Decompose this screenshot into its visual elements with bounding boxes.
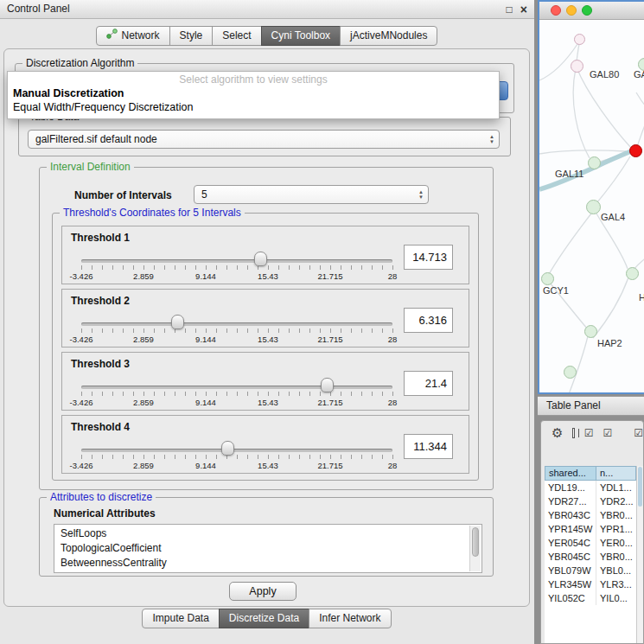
number-of-intervals-label: Number of Intervals bbox=[74, 189, 172, 201]
cell[interactable]: YBL079W bbox=[545, 564, 596, 577]
dropdown-placeholder-item[interactable]: Select algorithm to view settings bbox=[8, 73, 499, 86]
cell[interactable]: YIL0... bbox=[596, 591, 636, 605]
network-node[interactable] bbox=[574, 34, 585, 45]
tab-infer-network[interactable]: Infer Network bbox=[309, 609, 391, 628]
cell[interactable]: YDR2... bbox=[596, 494, 636, 508]
number-of-intervals-combobox[interactable]: 5 ▲▼ bbox=[194, 185, 429, 204]
slider-track[interactable] bbox=[81, 259, 392, 263]
cell[interactable]: YLR3... bbox=[596, 577, 636, 591]
threshold-value-field[interactable]: 6.316 bbox=[404, 308, 453, 333]
network-window-titlebar[interactable] bbox=[539, 2, 644, 20]
tab-discretize-data[interactable]: Discretize Data bbox=[219, 609, 309, 628]
scale-label: 9.144 bbox=[195, 398, 216, 407]
threshold-label: Threshold 2 bbox=[71, 295, 130, 307]
cell[interactable]: YDR27... bbox=[545, 494, 596, 508]
tab-cyni-toolbox[interactable]: Cyni Toolbox bbox=[261, 26, 341, 46]
mac-minimize-button[interactable] bbox=[566, 5, 577, 16]
slider-thumb[interactable] bbox=[254, 252, 267, 266]
mac-zoom-button[interactable] bbox=[582, 5, 592, 16]
table-panel-title: Table Panel bbox=[546, 399, 601, 411]
scale-label: 9.144 bbox=[195, 271, 216, 281]
table-row[interactable]: YPR145WYPR1... bbox=[545, 522, 636, 536]
node-label: GAL80 bbox=[590, 69, 619, 80]
table-row[interactable]: YLR345WYLR3... bbox=[545, 577, 636, 591]
settings-gear-icon[interactable]: ⚙ bbox=[552, 425, 563, 441]
cell[interactable]: YBR045C bbox=[545, 550, 596, 564]
mac-close-button[interactable] bbox=[551, 5, 561, 16]
checkbox-icon[interactable]: ☑ bbox=[634, 427, 643, 439]
table-panel-titlebar[interactable]: Table Panel bbox=[538, 396, 644, 416]
tab-jactivemnodules[interactable]: jActiveMNodules bbox=[340, 26, 437, 46]
network-node-gal11[interactable] bbox=[588, 156, 601, 169]
threshold-value-field[interactable]: 11.344 bbox=[404, 434, 453, 459]
tab-style[interactable]: Style bbox=[169, 26, 214, 46]
scale-label: 2.859 bbox=[133, 398, 154, 407]
cell[interactable]: YBR0... bbox=[596, 550, 636, 564]
tab-network[interactable]: Network bbox=[96, 26, 170, 46]
list-item[interactable]: TopologicalCoefficient bbox=[61, 541, 468, 556]
dropdown-item-equal-width-frequency[interactable]: Equal Width/Frequency Discretization bbox=[8, 100, 499, 114]
scrollbar-thumb[interactable] bbox=[472, 527, 479, 557]
scrollbar-thumb[interactable] bbox=[638, 467, 642, 507]
cell[interactable]: YER054C bbox=[545, 536, 596, 550]
cell[interactable]: YPR145W bbox=[545, 522, 596, 536]
table-row[interactable]: YBR045CYBR0... bbox=[545, 550, 636, 564]
network-icon bbox=[106, 27, 118, 45]
table-data-combobox[interactable]: galFiltered.sif default node ▲▼ bbox=[28, 130, 500, 149]
cell[interactable]: YPR1... bbox=[596, 522, 636, 536]
apply-button[interactable]: Apply bbox=[229, 582, 296, 601]
network-canvas[interactable]: GAL80 GA GAL11 GAL4 GCY1 HAP2 H bbox=[539, 20, 644, 392]
node-label: H bbox=[639, 292, 644, 303]
slider-thumb[interactable] bbox=[321, 378, 334, 392]
network-node[interactable] bbox=[626, 267, 639, 280]
table-row[interactable]: YDR27...YDR2... bbox=[545, 494, 636, 508]
tab-impute-data[interactable]: Impute Data bbox=[142, 609, 219, 628]
cell[interactable]: YDL19... bbox=[545, 481, 596, 494]
slider-track[interactable] bbox=[81, 386, 392, 389]
threshold-value-field[interactable]: 14.713 bbox=[404, 245, 453, 270]
close-icon[interactable]: × bbox=[520, 1, 527, 19]
network-node-gal4[interactable] bbox=[586, 200, 601, 214]
tab-select[interactable]: Select bbox=[212, 26, 261, 46]
network-node[interactable] bbox=[564, 366, 577, 379]
slider-track[interactable] bbox=[81, 449, 392, 452]
cell[interactable]: YER0... bbox=[596, 536, 636, 550]
network-node-gal80[interactable] bbox=[571, 60, 583, 73]
slider-track[interactable] bbox=[81, 322, 392, 326]
cell[interactable]: YIL052C bbox=[545, 591, 596, 605]
slider-ticks bbox=[81, 392, 393, 396]
table-row[interactable]: YBR043CYBR0... bbox=[545, 508, 636, 522]
scale-label: 28 bbox=[388, 335, 398, 344]
list-item[interactable]: SelfLoops bbox=[61, 526, 468, 541]
cell[interactable]: YBR043C bbox=[545, 508, 596, 522]
network-node-gcy1[interactable] bbox=[541, 272, 554, 285]
threshold-value-field[interactable]: 21.4 bbox=[404, 371, 453, 396]
table-row[interactable]: YBL079WYBL0... bbox=[545, 564, 636, 577]
cell[interactable]: YBR0... bbox=[596, 508, 636, 522]
table-columns-icon[interactable] bbox=[572, 428, 574, 438]
table-row[interactable]: YIL052CYIL0... bbox=[545, 591, 636, 605]
network-node-selected-red[interactable] bbox=[629, 144, 642, 157]
table-row[interactable]: YER054CYER0... bbox=[545, 536, 636, 550]
float-window-icon[interactable]: □ bbox=[507, 1, 513, 19]
dropdown-item-manual-discretization[interactable]: Manual Discretization bbox=[8, 86, 499, 100]
table-row[interactable]: YDL19...YDL1... bbox=[545, 481, 636, 494]
scrollbar[interactable] bbox=[636, 466, 643, 643]
scale-label: 9.144 bbox=[195, 335, 216, 344]
checkbox-icon[interactable]: ☑ bbox=[603, 427, 612, 439]
cell[interactable]: YDL1... bbox=[596, 481, 636, 494]
checkbox-icon[interactable]: ☑ bbox=[584, 427, 594, 439]
tab-label: Impute Data bbox=[152, 609, 208, 628]
highlighted-edge bbox=[539, 151, 631, 189]
slider-thumb[interactable] bbox=[221, 441, 234, 456]
slider-thumb[interactable] bbox=[171, 315, 184, 329]
top-tab-bar: Network Style Select Cyni Toolbox jActiv… bbox=[0, 26, 534, 46]
scrollbar[interactable] bbox=[469, 526, 481, 571]
cell[interactable]: YLR345W bbox=[545, 577, 596, 591]
list-item[interactable]: BetweennessCentrality bbox=[61, 556, 468, 571]
cell[interactable]: YBL0... bbox=[596, 564, 636, 577]
network-node-hap2[interactable] bbox=[584, 325, 597, 338]
column-header-shared-name[interactable]: shared... bbox=[545, 466, 596, 481]
node-label: HAP2 bbox=[597, 338, 622, 348]
column-header-name[interactable]: n... bbox=[596, 466, 636, 481]
